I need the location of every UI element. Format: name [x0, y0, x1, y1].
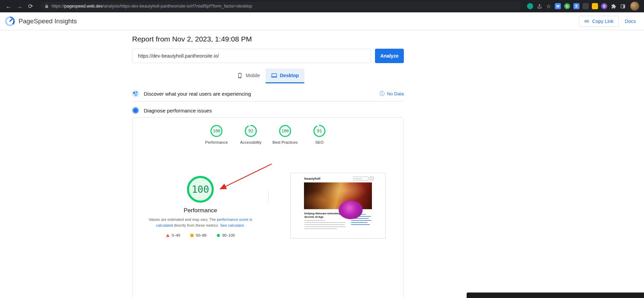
thumb-body: Defying Skincare-Unlocking the Secrets o…: [291, 209, 385, 229]
lab-report-card: 100 Performance 92 Accessibility: [132, 117, 404, 298]
copy-link-label: Copy Link: [592, 19, 613, 24]
thumb-header: beautyholl: [291, 173, 385, 180]
performance-main-label: Performance: [184, 207, 217, 214]
thumb-text-skeleton: [304, 226, 346, 227]
score-gauge-performance[interactable]: 100 Performance: [201, 124, 232, 144]
thumb-search-button: [370, 177, 374, 180]
category-scores-row: 100 Performance 92 Accessibility: [132, 124, 403, 144]
thumb-text-skeleton: [304, 228, 337, 229]
app-title: PageSpeed Insights: [19, 17, 77, 25]
yellow-extension-icon[interactable]: [592, 3, 598, 9]
section-divider: [132, 101, 404, 102]
thumb-search-area: [353, 177, 374, 180]
seo-score-label: SEO: [315, 140, 324, 144]
thumb-text-skeleton: [304, 222, 346, 223]
panel-icon: [620, 4, 625, 9]
thumb-search-placeholder-skeleton: [354, 178, 362, 179]
tab-desktop-label: Desktop: [280, 73, 299, 78]
translate-extension-icon[interactable]: 文: [573, 3, 579, 9]
performance-score-value: 100: [210, 124, 223, 138]
back-button[interactable]: ←: [5, 3, 12, 9]
disclaimer-text-1: Values are estimated and may vary. The: [149, 217, 217, 222]
legend-item-fail: 0–49: [166, 233, 180, 237]
copy-link-button[interactable]: Copy Link: [579, 16, 619, 27]
url-scheme: https://: [51, 4, 65, 9]
vertical-divider: [268, 190, 269, 203]
performance-score-label: Performance: [205, 140, 228, 144]
refresh-button[interactable]: ⟳: [27, 3, 34, 9]
share-arrow-icon: [537, 4, 542, 9]
stylus-extension-icon[interactable]: S: [601, 3, 607, 9]
green-circle-icon: [217, 234, 220, 237]
performance-main-gauge: 100: [187, 176, 214, 203]
mobile-icon: [237, 73, 243, 79]
orange-square-icon: [190, 234, 194, 237]
address-bar[interactable]: https://pagespeed.web.dev/analysis/https…: [40, 2, 521, 11]
thumb-link-skeleton: [351, 224, 370, 225]
docs-link[interactable]: Docs: [625, 19, 636, 24]
browser-toolbar: ← → ⟳ https://pagespeed.web.dev/analysis…: [0, 0, 644, 12]
tab-mobile[interactable]: Mobile: [232, 69, 265, 83]
thumb-hero-image: [304, 182, 372, 209]
google-extension-icon[interactable]: G: [564, 3, 570, 9]
legend-fail-range: 0–49: [172, 233, 180, 237]
url-domain: pagespeed.web.dev: [65, 4, 103, 9]
score-legend: 0–49 50–89 90–100: [166, 233, 235, 237]
no-data-status[interactable]: ⓘ No Data: [379, 91, 404, 96]
no-data-label: No Data: [387, 91, 404, 96]
url-form: Analyze: [132, 49, 404, 63]
desktop-icon: [271, 72, 277, 79]
see-calculator-link[interactable]: See calculator.: [220, 223, 245, 227]
thumb-meta-skeleton: [304, 220, 325, 221]
tab-desktop[interactable]: Desktop: [266, 69, 304, 83]
browser-extensions-area: ☆ M G 文 S: [527, 2, 639, 11]
score-disclaimer: Values are estimated and may vary. The p…: [141, 217, 260, 228]
best-practices-score-label: Best Practices: [272, 140, 298, 144]
form-factor-tabs: Mobile Desktop: [132, 69, 404, 83]
app-header: PageSpeed Insights Copy Link Docs: [0, 12, 644, 30]
seo-score-value: 91: [313, 124, 326, 138]
info-icon: ⓘ: [379, 91, 384, 96]
grammarly-extension-icon[interactable]: [527, 3, 533, 9]
side-panel-icon[interactable]: [620, 3, 626, 9]
field-data-icon: [132, 90, 139, 97]
bookmark-star-icon[interactable]: ☆: [546, 3, 552, 9]
extensions-puzzle-icon[interactable]: [610, 3, 617, 9]
analyze-button[interactable]: Analyze: [375, 49, 404, 63]
report-heading: Report from Nov 2, 2023, 1:49:08 PM: [132, 35, 404, 43]
thumb-site-name: beautyholl: [304, 177, 320, 180]
legend-pass-range: 90–100: [222, 233, 235, 237]
analyzed-url-input[interactable]: [132, 49, 371, 63]
gmail-extension-icon[interactable]: M: [555, 3, 561, 9]
red-triangle-icon: [166, 234, 169, 237]
thumb-link-skeleton: [351, 222, 367, 223]
legend-average-range: 50–89: [196, 233, 207, 237]
score-gauge-best-practices[interactable]: 100 Best Practices: [270, 124, 301, 144]
header-actions: Copy Link Docs: [579, 16, 636, 27]
disclaimer-text-2: directly from these metrics.: [173, 223, 220, 227]
score-gauge-seo[interactable]: 91 SEO: [304, 124, 335, 144]
link-icon: [584, 19, 589, 24]
accessibility-score-value: 92: [244, 124, 257, 138]
forward-button[interactable]: →: [16, 3, 23, 9]
legend-item-pass: 90–100: [217, 233, 235, 237]
best-practices-score-value: 100: [279, 124, 292, 138]
url-text: https://pagespeed.web.dev/analysis/https…: [51, 4, 252, 9]
taskbar-fragment[interactable]: [467, 293, 644, 298]
url-path: /analysis/https-dev-beautyholl-pantheons…: [103, 4, 252, 9]
lab-data-section: Diagnose performance issues: [132, 107, 404, 114]
accessibility-score-label: Accessibility: [240, 140, 262, 144]
profile-avatar[interactable]: [630, 2, 639, 11]
thumb-search-box: [353, 177, 369, 180]
puzzle-icon: [611, 4, 616, 9]
main-content: Report from Nov 2, 2023, 1:49:08 PM Anal…: [132, 30, 404, 298]
pagespeed-logo-icon: [5, 16, 15, 26]
performance-main-score: 100: [187, 176, 214, 203]
thumb-link-skeleton: [351, 220, 372, 221]
legend-item-average: 50–89: [190, 233, 207, 237]
dark-extension-icon[interactable]: [583, 3, 589, 9]
thumb-purple-decoration: [339, 201, 363, 219]
share-icon[interactable]: [536, 3, 542, 9]
site-screenshot-preview: beautyholl Defying Skincare-Unlocking th…: [290, 173, 386, 238]
score-gauge-accessibility[interactable]: 92 Accessibility: [235, 124, 266, 144]
